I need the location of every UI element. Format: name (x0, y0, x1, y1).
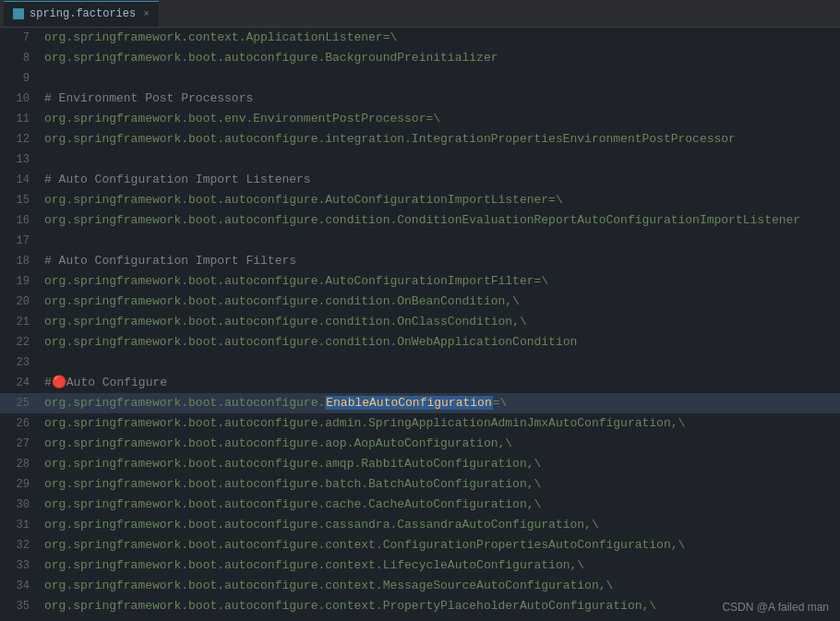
tab-bar: spring.factories × (0, 0, 840, 28)
line-content: #🔴Auto Configure (41, 373, 167, 393)
code-line: 9 (0, 68, 840, 89)
code-line: 33org.springframework.boot.autoconfigure… (0, 555, 840, 576)
line-content: org.springframework.boot.autoconfigure.c… (41, 312, 527, 332)
line-number: 24 (0, 373, 41, 393)
code-line: 17 (0, 231, 840, 251)
line-number: 25 (0, 393, 41, 413)
line-content: org.springframework.boot.autoconfigure.c… (41, 515, 599, 535)
line-number: 12 (0, 129, 41, 149)
line-content: org.springframework.boot.env.Environment… (41, 109, 440, 129)
code-line: 13 (0, 149, 840, 170)
code-line: 14# Auto Configuration Import Listeners (0, 170, 840, 190)
line-content: org.springframework.boot.autoconfigure.c… (41, 576, 613, 596)
tab-spring-factories[interactable]: spring.factories × (4, 1, 159, 27)
line-number: 13 (0, 149, 41, 170)
code-editor: 7org.springframework.context.Application… (0, 28, 840, 616)
line-content: org.springframework.boot.autoconfigure.a… (41, 413, 685, 434)
line-number: 33 (0, 555, 41, 576)
line-number: 15 (0, 190, 41, 210)
line-content: org.springframework.boot.autoconfigure.A… (41, 271, 548, 292)
code-line: 26org.springframework.boot.autoconfigure… (0, 413, 840, 434)
line-number: 18 (0, 251, 41, 271)
line-content: org.springframework.boot.autoconfigure.b… (41, 474, 541, 495)
code-line: 34org.springframework.boot.autoconfigure… (0, 576, 840, 596)
line-number: 29 (0, 474, 41, 495)
code-line: 18# Auto Configuration Import Filters (0, 251, 840, 271)
line-content: org.springframework.boot.autoconfigure.i… (41, 129, 736, 149)
line-number: 8 (0, 48, 41, 68)
line-number: 7 (0, 28, 41, 48)
line-number: 35 (0, 596, 41, 616)
line-content: org.springframework.context.ApplicationL… (41, 28, 397, 48)
tab-close-icon[interactable]: × (143, 8, 150, 19)
line-content: org.springframework.boot.autoconfigure.a… (41, 454, 541, 474)
code-line: 30org.springframework.boot.autoconfigure… (0, 495, 840, 515)
line-number: 30 (0, 495, 41, 515)
code-line: 11org.springframework.boot.env.Environme… (0, 109, 840, 129)
code-line: 27org.springframework.boot.autoconfigure… (0, 434, 840, 454)
line-number: 16 (0, 210, 41, 231)
code-container: 7org.springframework.context.Application… (0, 28, 840, 621)
line-number: 20 (0, 292, 41, 312)
tab-label: spring.factories (30, 7, 136, 20)
code-line: 16org.springframework.boot.autoconfigure… (0, 210, 840, 231)
line-content: # Environment Post Processors (41, 89, 253, 109)
code-line: 8org.springframework.boot.autoconfigure.… (0, 48, 840, 68)
line-content: org.springframework.boot.autoconfigure.c… (41, 555, 584, 576)
code-line: 29org.springframework.boot.autoconfigure… (0, 474, 840, 495)
code-line: 19org.springframework.boot.autoconfigure… (0, 271, 840, 292)
code-line: 15org.springframework.boot.autoconfigure… (0, 190, 840, 210)
line-content: org.springframework.boot.autoconfigure.c… (41, 332, 577, 352)
code-line: 25org.springframework.boot.autoconfigure… (0, 393, 840, 413)
line-number: 31 (0, 515, 41, 535)
line-number: 11 (0, 109, 41, 129)
line-number: 9 (0, 68, 41, 89)
line-content: org.springframework.boot.autoconfigure.c… (41, 535, 685, 555)
code-line: 21org.springframework.boot.autoconfigure… (0, 312, 840, 332)
line-number: 32 (0, 535, 41, 555)
line-content: org.springframework.boot.autoconfigure.a… (41, 434, 512, 454)
code-line: 31org.springframework.boot.autoconfigure… (0, 515, 840, 535)
line-content: org.springframework.boot.autoconfigure.B… (41, 48, 498, 68)
code-line: 7org.springframework.context.Application… (0, 28, 840, 48)
line-number: 26 (0, 413, 41, 434)
code-line: 32org.springframework.boot.autoconfigure… (0, 535, 840, 555)
code-line: 22org.springframework.boot.autoconfigure… (0, 332, 840, 352)
line-content: org.springframework.boot.autoconfigure.E… (41, 393, 507, 413)
line-content: org.springframework.boot.autoconfigure.A… (41, 190, 563, 210)
code-line: 35org.springframework.boot.autoconfigure… (0, 596, 840, 616)
line-number: 28 (0, 454, 41, 474)
line-content: # Auto Configuration Import Listeners (41, 170, 311, 190)
tab-icon (13, 8, 24, 19)
code-line: 24#🔴Auto Configure (0, 373, 840, 393)
line-number: 10 (0, 89, 41, 109)
line-content: org.springframework.boot.autoconfigure.c… (41, 292, 520, 312)
line-content: # Auto Configuration Import Filters (41, 251, 296, 271)
line-content: org.springframework.boot.autoconfigure.c… (41, 596, 656, 616)
line-number: 21 (0, 312, 41, 332)
code-line: 23 (0, 352, 840, 373)
line-content: org.springframework.boot.autoconfigure.c… (41, 495, 541, 515)
code-line: 10# Environment Post Processors (0, 89, 840, 109)
line-number: 14 (0, 170, 41, 190)
line-number: 34 (0, 576, 41, 596)
line-number: 17 (0, 231, 41, 251)
watermark: CSDN @A failed man (722, 601, 829, 614)
line-number: 19 (0, 271, 41, 292)
code-line: 20org.springframework.boot.autoconfigure… (0, 292, 840, 312)
line-number: 23 (0, 352, 41, 373)
code-line: 28org.springframework.boot.autoconfigure… (0, 454, 840, 474)
line-number: 22 (0, 332, 41, 352)
code-line: 12org.springframework.boot.autoconfigure… (0, 129, 840, 149)
line-content: org.springframework.boot.autoconfigure.c… (41, 210, 800, 231)
line-number: 27 (0, 434, 41, 454)
